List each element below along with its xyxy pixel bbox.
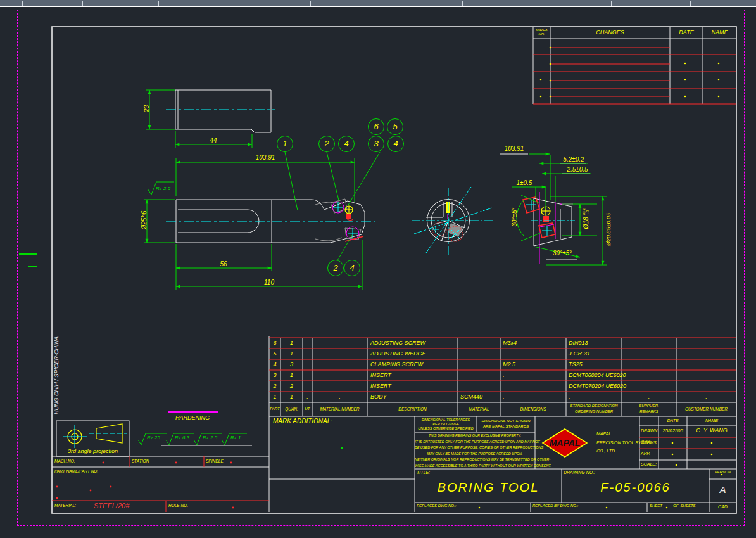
- bom-header-description: DESCRIPTION: [367, 407, 458, 411]
- bom-cell-standard: TS25: [569, 361, 583, 368]
- roughness-value: Rz 25: [147, 435, 160, 440]
- changes-name-header: NAME: [703, 29, 736, 35]
- company-name-line: CO., LTD.: [596, 449, 616, 453]
- bom-cell-part: 2: [269, 383, 280, 389]
- bom-cell-description: INSERT: [370, 372, 391, 378]
- mark-additional-label: MARK ADDITIONAL:: [273, 418, 332, 425]
- bom-cell-standard: DCMT070204 UE6020: [569, 383, 626, 389]
- chk-label: CHK.: [641, 440, 652, 444]
- drawn-date: 25/02/'05: [658, 428, 687, 433]
- bom-cell-standard: DIN913: [569, 340, 588, 346]
- drawn-name: C. Y. WANG: [687, 427, 736, 433]
- bom-header-supplier2: REMARKS: [622, 409, 676, 413]
- property-note-line: NEITHER ORIGINALS NOR REPRODUCTIONS MAY …: [415, 458, 535, 461]
- dia18-plus: +0.1: [582, 208, 586, 216]
- version-label: VERSION: [709, 470, 736, 474]
- bom-header-material-number: MATERIAL NUMBER: [312, 407, 367, 411]
- dim-length-56: 56: [198, 260, 249, 267]
- part-name-label: PART NAME/PART NO.: [54, 469, 98, 473]
- dim-detail-10391: 103.91: [489, 145, 539, 152]
- roughness-note-rz25: Rz 2.5: [156, 186, 170, 191]
- bom-cell-material-number: .: [312, 394, 367, 400]
- bom-cell-part: 4: [269, 361, 280, 368]
- balloon-callout: 3: [368, 136, 384, 152]
- drawing-linework: [0, 0, 756, 538]
- dim-length-10391: 103.91: [240, 154, 291, 161]
- bom-cell-material: SCM440: [460, 394, 482, 400]
- drawing-title: BORING TOOL: [415, 480, 562, 495]
- changes-index-header2: NO.: [533, 32, 550, 36]
- dim-25: 2.5±0.5: [552, 166, 603, 173]
- roughness-value: Rz 2.5: [203, 435, 217, 440]
- changes-index-header: INDEX: [533, 28, 550, 32]
- bom-cell-quan: 1: [280, 372, 303, 378]
- bom-header-standard2: ORDERING NUMBER: [566, 409, 622, 413]
- bom-cell-description: ADJUSTING WEDGE: [370, 350, 426, 357]
- dim-dia-2085: Ø20.85±0.05: [605, 198, 612, 261]
- bom-cell-dimensions: M2.5: [503, 361, 515, 368]
- balloon-callout: 2: [327, 260, 344, 276]
- version-value: A: [709, 484, 736, 495]
- drawn-label: DRAWN: [641, 428, 657, 433]
- balloon-callout: 5: [387, 118, 403, 135]
- property-note-line: BE USED FOR ANY OTHER PURPOSE. COPIES OR…: [415, 445, 535, 449]
- dia18-minus: -0: [586, 208, 589, 216]
- bom-cell-dimensions: .: [503, 372, 505, 378]
- hole-no-label: HOLE NO.: [168, 503, 188, 508]
- property-note-line: IT IS ENTRUSTED ONLY FOR THE PURPOSE AGR…: [415, 440, 535, 444]
- bom-cell-description: INSERT: [370, 383, 391, 389]
- bom-cell-quan: 1: [280, 394, 303, 400]
- dim-height-23: 23: [143, 84, 150, 134]
- replaces-label: REPLACES DWG NO.:: [417, 504, 456, 508]
- dia18-main: Ø18: [583, 217, 589, 229]
- bom-header-supplier1: SUPPLIER,: [622, 404, 676, 407]
- table-dot-marks: [479, 47, 723, 509]
- roughness-value: Rz 1: [230, 435, 241, 440]
- bom-cell-quan: 1: [280, 340, 303, 346]
- sheet-label: SHEET: [650, 504, 662, 508]
- tolerance-note-line: UNLESS OTHERWISE SPECIFIED: [415, 426, 477, 430]
- bom-cell-description: BODY: [370, 394, 387, 400]
- dim-dia-18: Ø18+0.1-0: [579, 193, 591, 244]
- of-sheets-label: OF SHEETS: [673, 504, 696, 508]
- tolerance-note-line: DIMENSIONAL TOLERANCES: [415, 418, 477, 421]
- bom-header-material: MATERIAL: [458, 407, 500, 411]
- bom-header-dimensions: DIMENSIONS: [500, 407, 566, 411]
- title-label: TITLE:: [417, 470, 430, 475]
- bom-cell-dimensions: .: [503, 394, 505, 400]
- spindle-label: SPINDLE: [206, 459, 224, 463]
- station-label: STATION: [132, 459, 149, 463]
- dim-angle-bottom: 30°±5°: [537, 250, 588, 257]
- balloon-callout: 6: [368, 118, 384, 135]
- changes-header: CHANGES: [550, 29, 670, 35]
- replaced-by-label: REPLACED BY DWG NO.:: [532, 504, 578, 508]
- bom-cell-supplier: .: [622, 394, 676, 400]
- company-name-line: MAPAL: [596, 432, 611, 436]
- bom-cell-ut: .: [303, 394, 312, 400]
- bom-cell-quan: 3: [280, 361, 303, 368]
- customer-side-text: HUNG CHIH / SPICER-CHINA: [53, 312, 62, 414]
- bom-header-part: PART: [269, 407, 280, 411]
- material-label: MATERIAL:: [54, 503, 76, 508]
- balloon-callout: 4: [338, 136, 355, 152]
- projection-label: 3rd angle projection: [56, 448, 129, 454]
- approval-date-header: DATE: [658, 418, 687, 423]
- property-note-line: MAY ONLY BE MADE FOR THE PURPOSE AGREED …: [415, 452, 535, 456]
- balloon-callout: 2: [318, 136, 335, 152]
- dim-52: 5.2±0.2: [548, 156, 599, 163]
- bom-cell-customer: .: [676, 394, 736, 400]
- balloon-callout: 1: [277, 136, 293, 152]
- bom-cell-standard: J-GR-31: [569, 350, 590, 357]
- roughness-value: Rz 6.3: [175, 435, 189, 440]
- bom-cell-quan: 1: [280, 350, 303, 357]
- bom-cell-quan: 2: [280, 383, 303, 389]
- bom-cell-description: CLAMPING SCREW: [370, 361, 423, 368]
- bom-header-quan: QUAN.: [280, 407, 303, 411]
- bom-cell-standard: ECMT060204 UE6020: [569, 372, 626, 378]
- approval-name-header: NAME: [687, 418, 736, 423]
- property-note-line: WISE MADE ACCESSIBLE TO A THIRD PARTY WI…: [415, 464, 535, 468]
- balloon-callout: 4: [387, 136, 404, 152]
- drawing-number: F-05-0066: [562, 480, 709, 495]
- app-label: APP.: [641, 451, 650, 456]
- mapal-standards-note: ARE MAPAL STANDARDS: [477, 425, 535, 428]
